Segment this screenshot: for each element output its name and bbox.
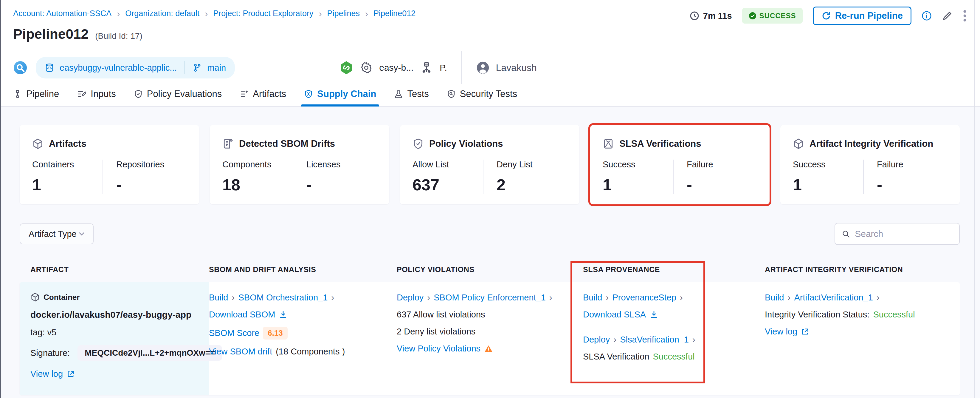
- branch-name[interactable]: main: [207, 63, 226, 73]
- step-link[interactable]: SBOM Orchestration_1: [239, 293, 334, 302]
- trigger-webhook-icon: [13, 61, 27, 75]
- info-button[interactable]: [921, 11, 932, 21]
- breadcrumb-pipelines[interactable]: Pipelines: [327, 9, 360, 18]
- search-box[interactable]: [835, 223, 960, 245]
- view-policy-violations-link[interactable]: View Policy Violations: [397, 344, 480, 353]
- artifacts-table: ARTIFACT SBOM AND DRIFT ANALYSIS POLICY …: [20, 265, 960, 395]
- tab-pipeline[interactable]: Pipeline: [13, 82, 59, 106]
- supply-chain-panel: Artifacts Containers1 Repositories- Dete…: [0, 107, 980, 398]
- tab-supply-chain[interactable]: Supply Chain: [304, 82, 376, 106]
- step-link[interactable]: ArtifactVerification_1: [794, 293, 880, 302]
- stage-link[interactable]: Deploy: [397, 293, 430, 302]
- infrastructure-icon: [420, 61, 433, 74]
- kebab-menu-icon: [963, 9, 967, 22]
- metric-label: Deny List: [496, 160, 567, 169]
- step-link[interactable]: ProvenanceStep: [612, 293, 683, 302]
- artifact-tag: tag: v5: [30, 328, 200, 337]
- warning-icon: [484, 344, 493, 353]
- scrollbar-track[interactable]: [974, 0, 975, 398]
- search-input[interactable]: [855, 229, 953, 239]
- harness-delegate-icon: [339, 61, 353, 75]
- tab-tests[interactable]: Tests: [394, 82, 429, 106]
- sbom-scroll-icon: [222, 138, 234, 149]
- external-link-icon[interactable]: [801, 328, 809, 336]
- view-log-link[interactable]: View log: [765, 327, 797, 337]
- policy-cell: Deploy SBOM Policy Enforcement_1 637 All…: [397, 282, 583, 395]
- artifacts-list-icon: [240, 90, 248, 99]
- execution-duration: 7m 11s: [689, 11, 732, 21]
- deny-list-violations: 2 Deny list violations: [397, 327, 476, 337]
- step-link[interactable]: SlsaVerification_1: [620, 334, 695, 345]
- drift-components-count: (18 Components ): [276, 347, 345, 356]
- tab-artifacts[interactable]: Artifacts: [240, 82, 286, 106]
- breadcrumb-account[interactable]: Account: Automation-SSCA: [13, 9, 111, 18]
- signature-value[interactable]: MEQCICde2Vjl...L+2+mqnOXw==: [78, 345, 222, 361]
- allow-list-violations: 637 Allow list violations: [397, 310, 485, 320]
- metric-value: 18: [222, 176, 293, 194]
- chevron-right-icon: ›: [319, 9, 322, 18]
- download-sbom-link[interactable]: Download SBOM: [209, 310, 275, 320]
- stage-link[interactable]: Build: [209, 293, 235, 302]
- column-header-artifact: ARTIFACT: [20, 265, 209, 274]
- view-log-link[interactable]: View log: [30, 369, 63, 379]
- breadcrumb-project[interactable]: Project: Product Exploratory: [213, 9, 313, 18]
- integrity-status-value: Successful: [873, 310, 915, 320]
- slsa-verification-label: SLSA Verification: [583, 352, 649, 361]
- column-header-policy: POLICY VIOLATIONS: [397, 265, 583, 274]
- page-title: Pipeline012: [13, 26, 89, 42]
- column-header-slsa: SLSA PROVENANCE: [583, 265, 765, 274]
- gear-icon: [360, 61, 372, 74]
- page-header: Account: Automation-SSCA› Organization: …: [0, 0, 980, 82]
- stage-link[interactable]: Build: [583, 293, 609, 302]
- summary-cards: Artifacts Containers1 Repositories- Dete…: [20, 125, 960, 205]
- tab-policy-evaluations[interactable]: Policy Evaluations: [134, 82, 222, 106]
- metric-value: 2: [496, 176, 567, 194]
- download-icon[interactable]: [649, 310, 659, 319]
- metric-label: Success: [603, 160, 673, 169]
- more-options-button[interactable]: [963, 9, 967, 22]
- download-slsa-link[interactable]: Download SLSA: [583, 310, 646, 320]
- metric-label: Success: [793, 160, 863, 169]
- metric-label: Licenses: [306, 160, 377, 169]
- chevron-down-icon: [78, 230, 86, 238]
- step-link[interactable]: SBOM Policy Enforcement_1: [434, 293, 552, 302]
- signature-label: Signature:: [30, 348, 70, 358]
- artifact-type-dropdown[interactable]: Artifact Type: [20, 224, 94, 245]
- metric-label: Failure: [877, 160, 947, 169]
- view-sbom-drift-link[interactable]: View SBOM drift: [209, 347, 272, 356]
- repo-name[interactable]: easybuggy-vulnerable-applic...: [60, 63, 177, 73]
- breadcrumb-pipeline012[interactable]: Pipeline012: [374, 9, 415, 18]
- slsa-verification-status: Successful: [653, 352, 694, 361]
- external-link-icon[interactable]: [67, 370, 75, 378]
- tab-inputs[interactable]: Inputs: [77, 82, 116, 106]
- card-sbom-drifts: Detected SBOM Drifts Components18 Licens…: [210, 125, 389, 205]
- divider: [185, 61, 185, 74]
- edit-pipeline-button[interactable]: [942, 10, 953, 21]
- rerun-pipeline-button[interactable]: Re-run Pipeline: [813, 6, 912, 25]
- tab-security-tests[interactable]: Security Tests: [447, 82, 517, 106]
- supply-chain-shield-icon: [304, 90, 313, 99]
- breadcrumb-organization[interactable]: Organization: default: [125, 9, 199, 18]
- search-icon: [842, 229, 850, 239]
- triggered-by-user: Lavakush: [496, 62, 537, 74]
- card-policy-violations: Policy Violations Allow List637 Deny Lis…: [400, 125, 579, 205]
- slsa-icon: [603, 138, 614, 149]
- execution-tabs: Pipeline Inputs Policy Evaluations Artif…: [0, 82, 980, 107]
- stage-link[interactable]: Build: [765, 293, 791, 302]
- chevron-right-icon: ›: [365, 9, 368, 18]
- metric-value: -: [116, 176, 186, 194]
- repository-icon: [45, 63, 54, 72]
- column-header-integrity: ARTIFACT INTEGRITY VERIFICATION: [765, 265, 960, 274]
- branch-icon: [193, 63, 202, 72]
- cube-icon: [793, 138, 804, 149]
- download-icon[interactable]: [279, 310, 288, 319]
- metric-value: -: [306, 176, 377, 194]
- repo-branch-pill[interactable]: easybuggy-vulnerable-applic... main: [36, 57, 235, 78]
- sbom-score-link[interactable]: SBOM Score: [209, 328, 259, 338]
- table-row: Container docker.io/lavakush07/easy-bugg…: [20, 282, 960, 395]
- metric-label: Containers: [32, 160, 103, 169]
- artifact-name: docker.io/lavakush07/easy-buggy-app: [30, 310, 200, 320]
- stage-link[interactable]: Deploy: [583, 334, 616, 345]
- divider: [461, 51, 462, 84]
- artifact-type-badge: Container: [30, 293, 200, 302]
